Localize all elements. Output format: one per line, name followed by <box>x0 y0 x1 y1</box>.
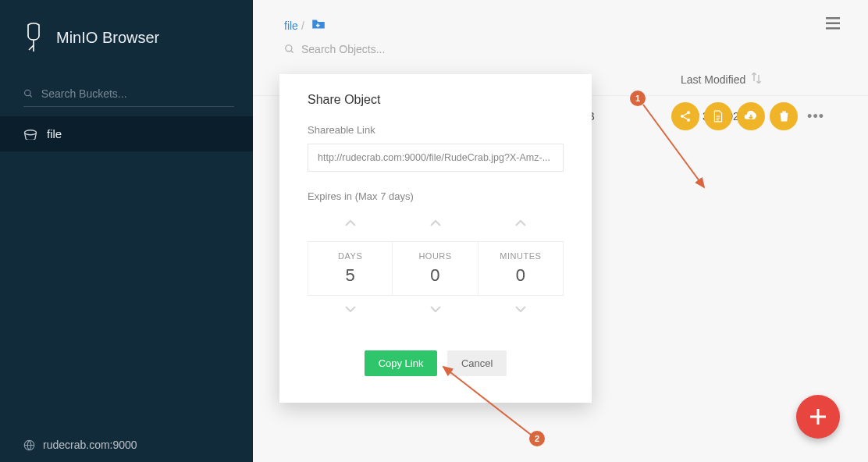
fab-add-button[interactable] <box>796 395 840 439</box>
svg-point-8 <box>286 45 292 52</box>
chevron-down-icon <box>514 305 527 313</box>
app-title: MinIO Browser <box>56 29 159 47</box>
chevron-down-icon <box>344 305 357 313</box>
svg-rect-14 <box>810 416 826 418</box>
chevron-down-icon <box>429 305 442 313</box>
hours-down-button[interactable] <box>393 296 478 322</box>
breadcrumb-separator: / <box>301 20 304 32</box>
minutes-label: MINUTES <box>478 251 563 261</box>
svg-point-12 <box>687 119 690 122</box>
shareable-link-input[interactable] <box>308 144 564 172</box>
search-objects-field[interactable]: Search Objects... <box>253 38 868 63</box>
preview-button[interactable] <box>704 102 732 130</box>
plus-icon <box>810 409 826 425</box>
share-icon <box>679 110 692 123</box>
document-icon <box>713 110 724 123</box>
share-object-modal: Share Object Shareable Link Expires in (… <box>279 74 592 403</box>
svg-line-9 <box>291 51 293 53</box>
host-label: rudecrab.com:9000 <box>43 439 137 451</box>
minutes-down-button[interactable] <box>478 296 564 322</box>
modal-title: Share Object <box>279 74 592 124</box>
sidebar: MinIO Browser file rudecrab.com:9000 <box>0 0 253 462</box>
svg-point-10 <box>687 111 690 114</box>
logo-area: MinIO Browser <box>0 0 253 69</box>
breadcrumb-bucket[interactable]: file <box>284 20 298 32</box>
bucket-icon <box>23 129 37 140</box>
download-button[interactable] <box>737 102 765 130</box>
chevron-up-icon <box>514 219 527 227</box>
delete-button[interactable] <box>770 102 798 130</box>
sort-icon[interactable] <box>752 73 761 86</box>
globe-icon <box>23 439 35 451</box>
minio-logo-icon <box>23 22 44 53</box>
hours-label: HOURS <box>393 251 477 261</box>
duration-grid: DAYS 5 HOURS 0 MINUTES 0 <box>308 241 564 296</box>
minutes-cell: MINUTES 0 <box>478 241 564 296</box>
svg-point-11 <box>681 115 684 118</box>
menu-icon[interactable] <box>826 16 840 34</box>
search-buckets-input[interactable] <box>41 87 234 100</box>
trash-icon <box>779 110 789 123</box>
cloud-download-icon <box>744 111 758 122</box>
breadcrumb: file / <box>253 0 868 38</box>
days-cell: DAYS 5 <box>308 241 393 296</box>
search-objects-placeholder: Search Objects... <box>301 43 385 55</box>
svg-line-1 <box>30 95 32 98</box>
days-value: 5 <box>308 265 392 286</box>
minutes-up-button[interactable] <box>478 210 564 236</box>
annotation-marker-2: 2 <box>529 431 545 446</box>
search-icon <box>284 44 295 55</box>
days-label: DAYS <box>308 251 392 261</box>
days-up-button[interactable] <box>308 210 393 236</box>
share-button[interactable] <box>671 102 699 130</box>
copy-link-button[interactable]: Copy Link <box>365 350 438 376</box>
sidebar-footer: rudecrab.com:9000 <box>23 439 137 451</box>
minutes-value: 0 <box>478 265 563 286</box>
bucket-name: file <box>47 127 62 140</box>
modal-actions: Copy Link Cancel <box>279 350 592 376</box>
row-actions: ••• <box>671 102 824 130</box>
annotation-marker-1: 1 <box>630 91 646 106</box>
col-header-modified[interactable]: Last Modified <box>681 73 745 86</box>
shareable-link-label: Shareable Link <box>279 124 592 144</box>
hours-value: 0 <box>393 265 477 286</box>
add-folder-icon[interactable] <box>311 17 326 34</box>
expires-label: Expires in (Max 7 days) <box>279 190 592 210</box>
hours-up-button[interactable] <box>393 210 478 236</box>
days-down-button[interactable] <box>308 296 393 322</box>
more-actions-icon[interactable]: ••• <box>807 102 824 130</box>
search-buckets-field[interactable] <box>23 81 234 107</box>
svg-point-0 <box>25 90 30 95</box>
svg-rect-5 <box>826 17 840 20</box>
svg-rect-4 <box>316 25 320 27</box>
svg-rect-7 <box>826 27 840 30</box>
svg-rect-6 <box>826 23 840 25</box>
chevron-up-icon <box>429 219 442 227</box>
chevron-up-icon <box>344 219 357 227</box>
cancel-button[interactable]: Cancel <box>447 350 507 376</box>
sidebar-bucket-item[interactable]: file <box>0 116 253 151</box>
hours-cell: HOURS 0 <box>393 241 478 296</box>
search-icon <box>23 88 34 99</box>
